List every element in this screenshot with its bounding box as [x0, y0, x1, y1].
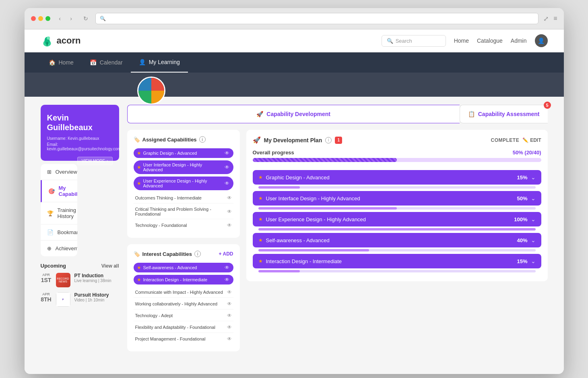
eye-icon[interactable]: 👁 [227, 336, 232, 342]
menu-button[interactable]: ≡ [553, 15, 557, 22]
close-button[interactable] [31, 16, 36, 21]
address-bar[interactable]: 🔍 [95, 13, 539, 24]
interest-tag-1-label: Self-awareness - Advanced [143, 265, 197, 270]
assigned-tag-1[interactable]: ★ Graphic Design - Advanced 👁 [134, 148, 233, 158]
assigned-tag-1-label: Graphic Design - Advanced [143, 151, 197, 156]
upcoming-thumb-1: RECORD NEWS [56, 273, 70, 287]
expand-button[interactable]: ⤢ [543, 15, 549, 23]
star-icon: ★ [258, 237, 263, 243]
logo[interactable]: acorn [41, 34, 81, 47]
eye-icon[interactable]: 👁 [227, 324, 232, 330]
interest-plain-2: Working collaboratively - Highly Advance… [134, 299, 233, 309]
back-button[interactable]: ‹ [55, 14, 65, 23]
sidebar-item-my-capability[interactable]: 🎯 My Capability [41, 180, 77, 202]
eye-icon[interactable]: 👁 [227, 195, 232, 201]
nav-calendar[interactable]: 📅 Calendar [82, 52, 131, 73]
home-nav-link[interactable]: Home [454, 37, 469, 44]
tab-capability-assessment[interactable]: 📋 Capability Assessment [460, 105, 548, 123]
tag-icon: 🏷️ [134, 251, 140, 257]
thumb-pursuit-image: P [56, 292, 70, 307]
interest-plain-1-label: Communicate with Impact - Highly Advance… [135, 290, 223, 295]
traffic-lights [31, 16, 50, 21]
calendar-icon: 📅 [90, 59, 97, 66]
eye-icon: 👁 [225, 265, 229, 270]
dev-plan-info-icon[interactable]: i [325, 137, 332, 143]
eye-icon: 👁 [225, 164, 229, 170]
dev-cap-4[interactable]: ★ Self-awareness - Advanced 40% ⌄ [253, 233, 541, 247]
assigned-plain-2-label: Critical Thinking and Problem Solving - … [135, 207, 227, 216]
upcoming-title-1: PT Induction [74, 273, 119, 278]
assigned-capabilities-section: 🏷️ Assigned Capabilities i ★ Graphic Des… [127, 130, 240, 238]
star-icon: ★ [137, 277, 141, 282]
admin-nav-link[interactable]: Admin [511, 37, 527, 44]
edit-button[interactable]: ✏️ EDIT [522, 137, 541, 143]
eye-icon[interactable]: 👁 [227, 313, 232, 318]
sidebar-item-bookmarks[interactable]: 📄 Bookmarks › [41, 224, 77, 241]
star-icon: ★ [258, 174, 263, 180]
refresh-button[interactable]: ↻ [81, 14, 91, 23]
nav-my-learning[interactable]: 👤 My Learning [131, 52, 188, 73]
achievements-label: Achievements [56, 245, 77, 251]
assigned-tag-2[interactable]: ★ User Interface Design - Highly Advance… [134, 160, 233, 174]
interest-tag-1[interactable]: ★ Self-awareness - Advanced 👁 [134, 263, 233, 272]
right-area: 🚀 Capability Development 📋 Capability As… [127, 105, 548, 358]
view-all-link[interactable]: View all [101, 263, 119, 269]
arrow-right-icon: › [107, 159, 108, 163]
user-avatar[interactable]: 👤 [535, 34, 548, 47]
capability-icon: 🎯 [48, 188, 55, 194]
tab-capability-development[interactable]: 🚀 Capability Development [127, 105, 460, 123]
avatar-image [138, 78, 164, 104]
interest-capabilities-title: 🏷️ Interest Capabilities i + ADD [134, 251, 233, 257]
achievements-icon: ⊕ [47, 245, 52, 251]
add-interest-button[interactable]: + ADD [219, 251, 233, 257]
star-icon: ★ [137, 181, 141, 186]
overview-label: Overview [56, 169, 77, 175]
assigned-tag-2-left: ★ User Interface Design - Highly Advance… [137, 162, 222, 172]
dev-cap-5-pct: 15% [517, 258, 527, 264]
profile-banner [25, 73, 564, 97]
assigned-plain-1-label: Outcomes Thinking - Intermediate [135, 195, 202, 200]
view-more-button[interactable]: VIEW MORE › [77, 157, 113, 165]
complete-button[interactable]: COMPLETE [491, 137, 519, 143]
assigned-info-icon[interactable]: i [199, 136, 206, 143]
sidebar-item-training-history[interactable]: 🏆 Training History › [41, 202, 77, 224]
eye-icon[interactable]: 👁 [227, 209, 232, 214]
dev-cap-5[interactable]: ★ Interaction Design - Intermediate 15% … [253, 254, 541, 268]
content-row: 🏷️ Assigned Capabilities i ★ Graphic Des… [127, 130, 548, 358]
logo-icon [41, 34, 54, 47]
sidebar-item-overview[interactable]: ⊞ Overview › [41, 164, 77, 180]
upcoming-day-2: 8TH [41, 296, 52, 303]
assigned-tag-1-left: ★ Graphic Design - Advanced [137, 150, 197, 156]
forward-button[interactable]: › [66, 14, 76, 23]
minimize-button[interactable] [38, 16, 43, 21]
eye-icon[interactable]: 👁 [227, 289, 232, 295]
search-box[interactable]: 🔍 Search [382, 35, 446, 47]
upcoming-month-1: APR [41, 273, 52, 277]
upcoming-thumb-2: P [56, 292, 70, 307]
assigned-plain-3-label: Technology - Foundational [135, 223, 187, 228]
dev-cap-3[interactable]: ★ User Experience Design - Highly Advanc… [253, 212, 541, 226]
interest-capabilities-section: 🏷️ Interest Capabilities i + ADD ★ Self-… [127, 244, 240, 351]
nav-home[interactable]: 🏠 Home [41, 52, 82, 73]
eye-icon[interactable]: 👁 [227, 222, 232, 228]
upcoming-meta-1: Live learning | 38min [74, 278, 119, 283]
dev-cap-1[interactable]: ★ Graphic Design - Advanced 15% ⌄ [253, 170, 541, 185]
eye-icon[interactable]: 👁 [227, 301, 232, 307]
dev-cap-4-bar-fill [258, 249, 369, 251]
interest-info-icon[interactable]: i [194, 251, 201, 257]
catalogue-nav-link[interactable]: Catalogue [477, 37, 503, 44]
assigned-tag-3[interactable]: ★ User Experience Design - Highly Advanc… [134, 177, 233, 190]
interest-tag-2[interactable]: ★ Interaction Design - Intermediate 👁 [134, 275, 233, 285]
my-learning-icon: 👤 [139, 59, 146, 65]
sidebar-item-achievements[interactable]: ⊕ Achievements › [41, 241, 77, 256]
sidebar: Kevin Guillebeaux Username: Kevin.guille… [41, 105, 119, 358]
dev-cap-2-pct: 50% [517, 195, 527, 201]
profile-name: Kevin Guillebeaux [47, 113, 113, 132]
dev-cap-row-4: ★ Self-awareness - Advanced 40% ⌄ [253, 233, 541, 251]
maximize-button[interactable] [45, 16, 50, 21]
dev-cap-5-bar-fill [258, 270, 300, 272]
training-label: Training History [58, 207, 76, 219]
dev-cap-2[interactable]: ★ User Interface Design - Highly Advance… [253, 191, 541, 206]
dev-cap-4-pct: 40% [517, 237, 527, 243]
assessment-icon: 📋 [468, 111, 475, 117]
